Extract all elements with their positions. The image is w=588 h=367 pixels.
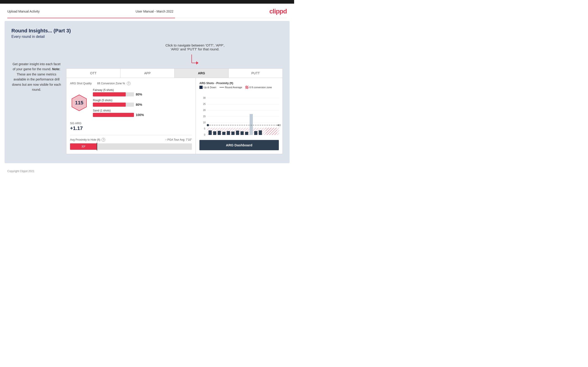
panel-body: ARG Shot Quality 6ft Conversion Zone % ? [66,78,283,154]
svg-text:5: 5 [204,127,205,130]
bar-row-rough: 80% [93,103,192,107]
left-info-panel: Get greater insight into each facet of y… [11,43,62,92]
svg-rect-27 [241,131,244,135]
bar-fill-sand [93,113,134,117]
bar-fill-fairway [93,92,126,96]
svg-rect-28 [245,132,248,135]
bar-fill-rough [93,103,126,107]
legend-dash-icon [219,87,224,88]
panel-right: ARG Shots - Proximity (ft) Up & Down Rou… [196,78,283,154]
svg-point-36 [207,124,209,126]
svg-text:20: 20 [203,109,206,111]
proximity-section: Avg Proximity to Hole (ft) ? ↑ PGA Tour … [70,135,192,150]
proximity-help-icon[interactable]: ? [102,138,105,142]
svg-rect-25 [231,132,234,135]
shot-quality-label: ARG Shot Quality [70,82,92,85]
chart-title-text: ARG Shots - Proximity (ft) [199,82,233,85]
legend-up-down: Up & Down [199,86,216,89]
section-title: Round Insights... (Part 3) [11,28,283,34]
proximity-bar-container: 77' [70,143,192,150]
shot-label-rough: Rough (5 shots) [93,99,192,102]
right-panel: Click to navigate between 'OTT', 'APP','… [66,43,283,154]
footer: Copyright Clippd 2021 [0,166,294,176]
left-info-text: Get greater insight into each facet of y… [11,62,62,92]
sg-label: SG ARG [70,122,192,125]
shot-row-fairway: Fairway (5 shots) 80% [93,88,192,96]
svg-rect-30 [254,131,257,135]
legend-conversion-zone: 6 ft conversion zone [245,86,272,89]
proximity-value: 77' [81,145,86,148]
tab-arg[interactable]: ARG [174,69,229,78]
svg-text:10: 10 [203,121,206,124]
svg-text:0: 0 [204,133,205,136]
panel-left: ARG Shot Quality 6ft Conversion Zone % ? [66,78,196,154]
proximity-bar-track: 77' [70,143,192,150]
bar-pct-fairway: 80% [136,92,145,96]
svg-marker-2 [196,61,199,65]
header: Upload Manual Activity User Manual - Mar… [0,4,294,18]
nav-hint: Click to navigate between 'OTT', 'APP','… [165,43,225,51]
main-content: Round Insights... (Part 3) Every round i… [5,21,290,163]
copyright-text: Copyright Clippd 2021 [7,170,35,173]
hex-score-shape: 115 [70,94,88,112]
legend-box-icon [199,86,203,89]
nav-arrow-icon [188,53,202,67]
note-label: Note: [52,67,60,71]
legend-round-avg-label: Round Average [225,86,242,89]
svg-rect-24 [227,131,230,135]
bar-row-fairway: 80% [93,92,192,96]
shot-row-sand: Sand (1 shots) 100% [93,109,192,117]
tab-ott[interactable]: OTT [66,69,121,78]
upload-manual-label: Upload Manual Activity [7,9,40,13]
legend-round-avg: Round Average [219,86,242,89]
svg-text:30: 30 [203,97,206,99]
svg-rect-31 [259,130,262,135]
shot-label-sand: Sand (1 shots) [93,109,192,112]
svg-rect-22 [218,131,221,135]
proximity-bar-fill: 77' [70,143,97,150]
hex-score-row: 115 Fairway (5 shots) [70,88,192,117]
arg-dashboard-button[interactable]: ARG Dashboard [199,140,279,150]
svg-rect-21 [213,131,216,135]
chart-legend: Up & Down Round Average 6 ft conversion … [199,86,279,89]
svg-rect-26 [236,131,239,135]
legend-hatched-icon [245,86,249,89]
shot-row-rough: Rough (5 shots) 80% [93,99,192,107]
tab-putt[interactable]: PUTT [229,69,283,78]
svg-text:25: 25 [203,103,206,105]
arg-chart: 0 5 10 15 20 25 30 [199,91,282,137]
proximity-cursor [97,143,97,150]
legend-conversion-label: 6 ft conversion zone [249,86,272,89]
svg-rect-29 [250,114,253,135]
shot-quality-header: ARG Shot Quality 6ft Conversion Zone % ? [70,82,192,85]
conversion-label: 6ft Conversion Zone % [97,82,125,85]
bar-row-sand: 100% [93,113,192,117]
tab-container: OTT APP ARG PUTT ARG Shot Quality 6ft Co… [66,68,283,154]
section-subtitle: Every round in detail [11,35,283,39]
svg-rect-23 [222,132,225,135]
svg-marker-34 [277,124,279,126]
clippd-logo: clippd [269,8,287,15]
content-layout: Get greater insight into each facet of y… [11,43,283,154]
svg-text:8: 8 [279,124,281,126]
bar-track-fairway [93,92,134,96]
header-divider [7,18,287,18]
pga-tour-avg: ↑ PGA Tour Avg: 7'10" [165,138,192,141]
shot-label-fairway: Fairway (5 shots) [93,88,192,92]
shot-quality-list: Fairway (5 shots) 80% Rou [93,88,192,117]
sg-value: +1.17 [70,125,192,131]
chart-title: ARG Shots - Proximity (ft) [199,82,279,85]
legend-up-down-label: Up & Down [204,86,216,89]
proximity-label: Avg Proximity to Hole (ft) [70,138,100,141]
user-manual-date: User Manual - March 2022 [136,9,173,13]
bar-pct-rough: 80% [136,103,145,107]
tab-app[interactable]: APP [121,69,174,78]
svg-rect-32 [266,128,277,135]
sg-section: SG ARG +1.17 [70,122,192,131]
bar-track-sand [93,113,134,117]
svg-text:15: 15 [203,115,206,118]
hex-number: 115 [75,100,84,106]
proximity-header: Avg Proximity to Hole (ft) ? ↑ PGA Tour … [70,138,192,142]
svg-rect-20 [208,130,212,135]
help-icon[interactable]: ? [127,82,130,85]
